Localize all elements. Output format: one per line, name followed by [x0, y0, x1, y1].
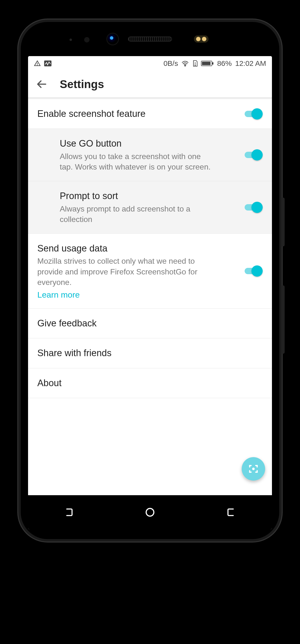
battery-icon	[201, 60, 214, 66]
row-send-usage-data[interactable]: Send usage data Mozilla strives to colle…	[28, 234, 272, 308]
phone-sensor	[194, 35, 208, 43]
svg-rect-8	[202, 62, 210, 65]
row-enable-screenshot[interactable]: Enable screenshot feature	[28, 99, 272, 129]
phone-volume-button	[281, 198, 285, 246]
row-title: Give feedback	[37, 317, 263, 329]
phone-led	[70, 38, 72, 41]
nav-recent-button[interactable]	[63, 506, 75, 518]
svg-rect-7	[212, 62, 214, 65]
monitor-icon	[44, 60, 52, 66]
row-title: Enable screenshot feature	[37, 108, 236, 120]
nav-back-button[interactable]	[225, 506, 237, 518]
toggle-knob	[252, 202, 263, 213]
row-description: Allows you to take a screenshot with one…	[60, 151, 216, 172]
row-share-with-friends[interactable]: Share with friends	[28, 338, 272, 368]
phone-power-button	[281, 286, 285, 354]
phone-proximity-sensor	[84, 37, 90, 42]
toggle-use-go-button[interactable]	[243, 149, 263, 160]
android-status-bar: 0B/s	[28, 56, 272, 71]
recent-icon	[64, 508, 74, 517]
warning-triangle-icon	[34, 60, 41, 67]
row-title: Prompt to sort	[60, 190, 236, 202]
phone-frame: 0B/s	[21, 22, 279, 539]
learn-more-link[interactable]: Learn more	[37, 290, 80, 300]
row-description: Mozilla strives to collect only what we …	[37, 256, 203, 288]
toggle-knob	[252, 108, 263, 120]
toggle-enable-screenshot[interactable]	[243, 108, 263, 120]
status-time: 12:02 AM	[235, 59, 266, 68]
status-battery-pct: 86%	[217, 59, 232, 68]
home-circle-icon	[145, 507, 155, 518]
screenshot-fab[interactable]	[242, 457, 265, 480]
row-description: Always prompt to add screenshot to a col…	[60, 204, 216, 225]
row-about[interactable]: About	[28, 368, 272, 398]
toggle-knob	[252, 266, 263, 277]
status-left-icons	[34, 60, 52, 67]
wifi-icon	[182, 60, 189, 66]
row-give-feedback[interactable]: Give feedback	[28, 308, 272, 338]
status-network-speed: 0B/s	[164, 59, 178, 68]
phone-speaker	[128, 36, 172, 42]
toggle-prompt-to-sort[interactable]	[243, 202, 263, 213]
row-prompt-to-sort[interactable]: Prompt to sort Always prompt to add scre…	[28, 181, 272, 234]
row-title: Share with friends	[37, 347, 263, 359]
svg-point-10	[253, 468, 254, 469]
svg-point-11	[146, 508, 154, 516]
row-use-go-button[interactable]: Use GO button Allows you to take a scree…	[28, 129, 272, 181]
svg-point-1	[37, 65, 37, 65]
app-bar: Settings	[28, 71, 272, 98]
app-display: 0B/s	[28, 56, 272, 529]
toggle-knob	[252, 149, 263, 160]
nav-home-button[interactable]	[144, 506, 156, 518]
phone-front-camera	[107, 34, 118, 44]
row-title: About	[37, 377, 263, 389]
status-right-icons: 0B/s	[164, 59, 266, 68]
back-button[interactable]	[35, 78, 48, 90]
back-shape-icon	[226, 508, 236, 517]
svg-point-3	[185, 66, 186, 66]
svg-point-5	[195, 65, 196, 66]
settings-list[interactable]: Enable screenshot feature Use GO button …	[28, 99, 272, 529]
arrow-left-icon	[36, 78, 47, 90]
toggle-send-usage-data[interactable]	[243, 266, 263, 277]
phone-screen: 0B/s	[28, 56, 272, 529]
page-title: Settings	[60, 78, 104, 91]
sim-none-icon	[192, 60, 198, 67]
android-navigation-bar	[28, 495, 272, 529]
row-title: Send usage data	[37, 242, 236, 254]
row-title: Use GO button	[60, 138, 236, 150]
capture-icon	[248, 463, 259, 474]
